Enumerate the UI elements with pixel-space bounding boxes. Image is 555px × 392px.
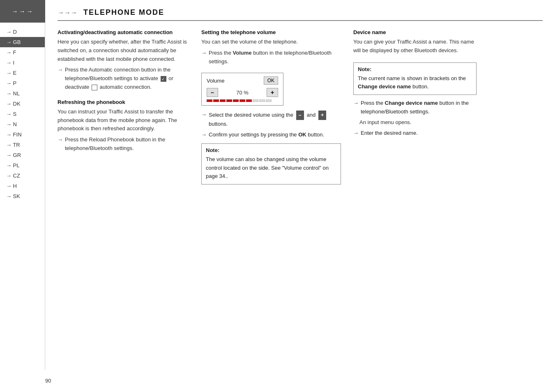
auto-connect-arrow1: → Press the Automatic connection button … [58, 66, 189, 91]
main-content: →→→ TELEPHONE MODE Activating/deactivati… [45, 0, 555, 392]
device-note-title: Note: [358, 66, 472, 72]
sidebar-item-h[interactable]: → H [0, 181, 45, 191]
sidebar-nav: → D→ GB→ F→ I→ E→ P→ NL→ DK→ S→ N→ FIN→ … [0, 27, 45, 201]
arrow-icon-6: → [353, 99, 359, 108]
device-arrow2: An input menu opens. [359, 118, 477, 127]
sidebar-item-s[interactable]: → S [0, 109, 45, 119]
volume-plus-button[interactable]: + [267, 88, 278, 97]
vol-seg-5 [233, 99, 239, 102]
volume-bar [207, 99, 278, 102]
checkbox-checked-icon [161, 76, 166, 82]
vol-seg-6 [240, 99, 245, 102]
vol-seg-3 [220, 99, 226, 102]
device-note-box: Note: The current name is shown in brack… [353, 62, 477, 95]
auto-connect-body: Here you can specify whether, after the … [58, 38, 189, 92]
volume-label: Volume [207, 78, 224, 84]
volume-note-box: Note: The volume can also be changed usi… [201, 143, 341, 184]
sidebar: →→→ → D→ GB→ F→ I→ E→ P→ NL→ DK→ S→ N→ F… [0, 0, 45, 370]
volume-title: Setting the telephone volume [201, 29, 341, 35]
section-volume: Setting the telephone volume You can set… [201, 29, 341, 184]
vol-seg-7 [246, 99, 252, 102]
device-name-body: You can give your Traffic Assist a name.… [353, 38, 477, 55]
device-name-arrows: → Press the Change device name button in… [353, 99, 477, 137]
section-phonebook: Refreshing the phonebook You can instruc… [58, 99, 189, 153]
arrow-icon-3: → [201, 49, 207, 58]
vol-seg-1 [207, 99, 212, 102]
section-auto-connect: Activating/deactivating automatic connec… [58, 29, 189, 92]
sidebar-item-cz[interactable]: → CZ [0, 171, 45, 181]
volume-note-body: The volume can also be changed using the… [206, 155, 336, 181]
volume-controls: – 70 % + [207, 88, 278, 97]
sidebar-item-dk[interactable]: → DK [0, 99, 45, 109]
phonebook-title: Refreshing the phonebook [58, 99, 189, 105]
sidebar-item-e[interactable]: → E [0, 68, 45, 78]
device-arrow1: → Press the Change device name button in… [353, 99, 477, 116]
vol-seg-4 [226, 99, 232, 102]
volume-arrow1: → Press the Volume button in the telepho… [201, 49, 341, 66]
volume-percent: 70 % [236, 90, 249, 96]
volume-body: You can set the volume of the telephone.… [201, 38, 341, 66]
sidebar-arrows-icon: →→→ [12, 8, 34, 15]
sidebar-item-gr[interactable]: → GR [0, 150, 45, 160]
arrow-icon-7: → [353, 129, 359, 138]
auto-connect-title: Activating/deactivating automatic connec… [58, 29, 189, 35]
arrow-icon-5: → [201, 131, 207, 139]
col-left: Activating/deactivating automatic connec… [58, 29, 189, 192]
content-columns: Activating/deactivating automatic connec… [58, 29, 543, 192]
header-arrows-icon: →→→ [58, 9, 77, 16]
arrow-icon-4: → [201, 111, 207, 119]
volume-minus-button[interactable]: – [207, 88, 218, 97]
sidebar-item-i[interactable]: → I [0, 58, 45, 68]
volume-select-arrow: → Select the desired volume using the – … [201, 111, 341, 129]
sidebar-item-sk[interactable]: → SK [0, 191, 45, 201]
sidebar-item-nl[interactable]: → NL [0, 88, 45, 99]
vol-seg-8 [253, 99, 258, 102]
col-middle: Setting the telephone volume You can set… [201, 29, 341, 192]
page-title: TELEPHONE MODE [83, 8, 164, 17]
plus-button-inline: + [318, 111, 327, 120]
sidebar-item-f[interactable]: → F [0, 47, 45, 58]
sidebar-item-gb[interactable]: → GB [0, 37, 45, 47]
device-name-title: Device name [353, 29, 477, 35]
volume-widget-header: Volume OK [207, 76, 278, 85]
phonebook-body: You can instruct your Traffic Assist to … [58, 108, 189, 153]
volume-widget: Volume OK – 70 % + [201, 73, 283, 106]
sidebar-header: →→→ [0, 0, 45, 23]
col-right: Device name You can give your Traffic As… [353, 29, 477, 192]
arrow-icon-2: → [58, 136, 63, 144]
sidebar-item-pl[interactable]: → PL [0, 160, 45, 171]
sidebar-item-n[interactable]: → N [0, 119, 45, 129]
sidebar-item-tr[interactable]: → TR [0, 140, 45, 150]
device-arrow3: → Enter the desired name. [353, 129, 477, 138]
minus-button-inline: – [296, 111, 304, 120]
page-header: →→→ TELEPHONE MODE [58, 8, 543, 21]
volume-confirm-arrow: → Confirm your settings by pressing the … [201, 131, 341, 139]
vol-seg-2 [213, 99, 219, 102]
volume-note-title: Note: [206, 147, 336, 153]
section-device-name: Device name You can give your Traffic As… [353, 29, 477, 55]
vol-seg-10 [266, 99, 272, 102]
arrow-icon: → [58, 66, 63, 74]
sidebar-item-d[interactable]: → D [0, 27, 45, 37]
vol-seg-9 [259, 99, 265, 102]
sidebar-item-fin[interactable]: → FIN [0, 129, 45, 140]
page-number: 90 [45, 378, 51, 384]
device-note-body: The current name is shown in brackets on… [358, 74, 472, 92]
volume-ok-button[interactable]: OK [264, 76, 278, 85]
phonebook-arrow1: → Press the Reload Phonebook button in t… [58, 136, 189, 153]
sidebar-item-p[interactable]: → P [0, 78, 45, 88]
checkbox-empty-icon [92, 85, 97, 90]
